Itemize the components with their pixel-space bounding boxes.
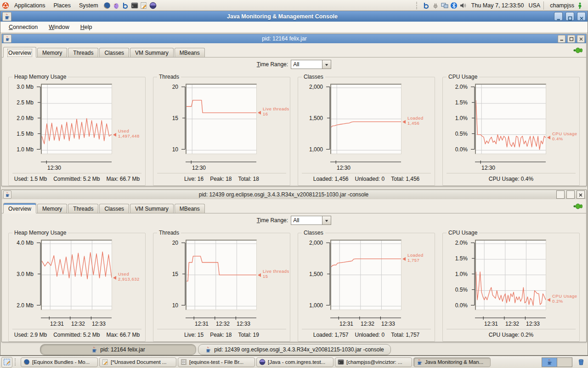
- java-icon: [205, 346, 211, 353]
- ubuntu-menu-icon[interactable]: [2, 2, 9, 9]
- x-axis: 12:30: [41, 161, 119, 173]
- tab-classes[interactable]: Classes: [99, 48, 129, 57]
- y-axis-tick-label: 10: [172, 302, 178, 309]
- tab-overview[interactable]: Overview: [3, 203, 36, 213]
- bluefish-tray-icon[interactable]: [423, 2, 430, 9]
- chevron-down-icon[interactable]: [322, 60, 331, 69]
- bluefish-launcher-icon[interactable]: [122, 2, 129, 9]
- cpu-usage-chart-panel: CPU Usage 2.0%1.5%1.0%0.5%0.0% CPU Usage…: [442, 233, 580, 342]
- time-range-select[interactable]: All: [291, 60, 331, 69]
- gedit-launcher-icon[interactable]: [140, 2, 147, 9]
- menu-connection[interactable]: Connection: [4, 23, 42, 31]
- minimize-button[interactable]: [554, 12, 563, 21]
- eclipse-launcher-icon[interactable]: [149, 2, 157, 9]
- frame-close-button[interactable]: [577, 190, 585, 199]
- gnome-top-panel: Applications Places System Thu May 7, 12…: [0, 0, 588, 11]
- jconsole-window: Java Monitoring & Management Console Con…: [0, 11, 588, 356]
- tab-threads[interactable]: Threads: [68, 204, 98, 213]
- task-jconsole[interactable]: Java Monitoring & Man...: [413, 357, 491, 367]
- internal-frame-felix: pid: 12164 felix.jar Overview Memory Thr…: [1, 34, 587, 186]
- user-switcher[interactable]: champjss: [547, 2, 586, 9]
- tab-mbeans[interactable]: MBeans: [175, 48, 205, 57]
- y-axis-tick-label: 10: [172, 146, 178, 153]
- y-axis-tick-label: 1.5%: [455, 255, 468, 262]
- show-desktop-button[interactable]: [1, 357, 12, 368]
- y-axis: [469, 84, 475, 153]
- frame-titlebar[interactable]: pid: 12164 felix.jar: [2, 34, 586, 43]
- frame-close-button[interactable]: [577, 35, 585, 43]
- frame-minimize-button[interactable]: [556, 190, 565, 199]
- frame-titlebar[interactable]: pid: 12439 org.eclipse.osgi_3.4.3.R34x_v…: [2, 190, 586, 199]
- trash-icon: [577, 358, 585, 366]
- series-annotation: Live threads16: [263, 106, 289, 116]
- java-app-icon[interactable]: [2, 12, 11, 21]
- volume-tray-icon[interactable]: [459, 2, 467, 9]
- menu-applications[interactable]: Applications: [11, 1, 48, 10]
- charts-row: Heap Memory Usage 3.0 Mb2.5 Mb2.0 Mb1.5 …: [2, 71, 586, 186]
- tab-memory[interactable]: Memory: [37, 48, 67, 57]
- connection-plug-icon: [573, 47, 582, 53]
- frame-button-osgi[interactable]: pid: 12439 org.eclipse.osgi_3.4.3.R34x_v…: [198, 344, 391, 355]
- tab-threads[interactable]: Threads: [68, 48, 98, 57]
- menu-window[interactable]: Window: [44, 23, 74, 31]
- chart-plot: [41, 240, 112, 310]
- x-axis: 12:30: [330, 161, 408, 173]
- classes-chart-panel: Classes 2,0001,5001,000 Loaded1,757 12:3…: [298, 233, 435, 342]
- frame-maximize-button[interactable]: [566, 190, 575, 199]
- frame-switcher-bar: pid: 12164 felix.jar pid: 12439 org.ecli…: [1, 342, 587, 357]
- task-file-browser[interactable]: [equinox-test - File Br...: [178, 357, 255, 367]
- time-range-value: All: [291, 60, 322, 69]
- cpu-usage-chart-panel: CPU Usage 2.0%1.5%1.0%0.5%0.0% CPU Usage…: [442, 77, 580, 186]
- frame-button-felix[interactable]: pid: 12164 felix.jar: [40, 344, 196, 355]
- series-annotation: Loaded1,757: [407, 253, 424, 263]
- close-button[interactable]: [577, 12, 586, 21]
- terminal-launcher-icon[interactable]: [131, 2, 138, 9]
- menu-system[interactable]: System: [76, 1, 102, 10]
- tray-handle[interactable]: [416, 2, 420, 9]
- chart-plot: [330, 240, 401, 310]
- x-axis-tick-label: 12:30: [47, 165, 61, 171]
- task-firefox[interactable]: [Equinox Bundles - Mo...: [21, 357, 98, 367]
- trash-applet[interactable]: [576, 357, 587, 367]
- x-axis-tick-label: 12:30: [481, 165, 495, 171]
- task-gedit[interactable]: [*Unsaved Document ...: [99, 357, 176, 367]
- username-label: champjss: [550, 2, 574, 9]
- x-axis-tick-label: 12:30: [337, 165, 351, 171]
- bluetooth-tray-icon[interactable]: [450, 2, 458, 9]
- display-tray-icon[interactable]: [441, 2, 448, 9]
- workspace-1[interactable]: [542, 358, 557, 367]
- chart-body: 201510 Live threads15: [153, 233, 290, 316]
- tab-vm-summary[interactable]: VM Summary: [130, 48, 174, 57]
- gedit-icon: [102, 359, 108, 365]
- frame-minimize-button[interactable]: [558, 35, 565, 43]
- tab-mbeans[interactable]: MBeans: [175, 204, 205, 213]
- frame-maximize-button[interactable]: [567, 35, 575, 43]
- chart-plot: [330, 84, 401, 154]
- taskbar-handle[interactable]: [15, 358, 18, 366]
- menu-places[interactable]: Places: [50, 1, 74, 10]
- series-marker-arrow: [402, 120, 406, 124]
- tab-overview[interactable]: Overview: [3, 47, 36, 58]
- time-range-select[interactable]: All: [291, 216, 331, 225]
- panel-separator: [543, 1, 544, 10]
- window-titlebar[interactable]: Java Monitoring & Management Console: [0, 11, 588, 22]
- workspace-2[interactable]: [557, 358, 572, 367]
- x-axis: 12:3112:3212:33: [186, 316, 264, 329]
- tab-memory[interactable]: Memory: [37, 204, 67, 213]
- maximize-button[interactable]: [565, 12, 574, 21]
- power-tray-icon[interactable]: [432, 2, 439, 9]
- pidgin-launcher-icon[interactable]: [113, 2, 120, 9]
- menu-help[interactable]: Help: [76, 23, 97, 31]
- firefox-launcher-icon[interactable]: [103, 2, 111, 9]
- clock[interactable]: Thu May 7, 12:33:50: [469, 2, 527, 9]
- tab-vm-summary[interactable]: VM Summary: [130, 204, 174, 213]
- task-terminal[interactable]: [champjss@vinciztor: ...: [335, 357, 412, 367]
- java-frame-icon[interactable]: [3, 190, 11, 199]
- task-eclipse[interactable]: [Java - com.ingres.test...: [256, 357, 334, 367]
- tab-classes[interactable]: Classes: [99, 204, 129, 213]
- x-axis-tick-label: 12:32: [216, 321, 230, 327]
- java-frame-icon[interactable]: [3, 34, 11, 43]
- chevron-down-icon[interactable]: [322, 216, 331, 224]
- keyboard-layout-indicator[interactable]: USA: [529, 2, 541, 9]
- y-axis-tick-label: 4.0 Mb: [17, 240, 34, 246]
